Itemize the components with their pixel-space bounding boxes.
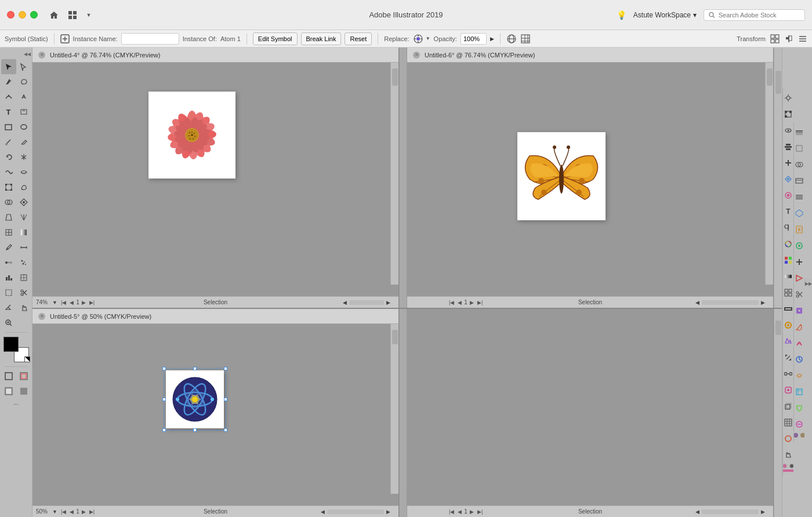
right2-plugin18-icon[interactable]: [793, 417, 804, 432]
zoom-tool[interactable]: [1, 315, 16, 330]
right2-pathfinder-icon[interactable]: [793, 157, 804, 172]
measure-tool[interactable]: [16, 240, 31, 255]
canvas-area-3[interactable]: [32, 324, 398, 505]
text-tool[interactable]: T: [1, 104, 16, 119]
doc-close-3[interactable]: ✕: [38, 313, 45, 320]
shaper-tool[interactable]: [16, 180, 31, 195]
blend-tool[interactable]: [1, 255, 16, 270]
right-appearance-icon[interactable]: [782, 318, 793, 333]
right-plugin2-icon[interactable]: [782, 188, 793, 203]
symbol-sprayer-tool[interactable]: [16, 255, 31, 270]
color-dot-pink[interactable]: [782, 464, 787, 468]
right2-plugin7-icon[interactable]: [793, 222, 804, 237]
right-paragraph-icon[interactable]: [782, 220, 793, 235]
right-linktool-icon[interactable]: [782, 366, 793, 381]
doc-tab-2[interactable]: ✕ Untitled-6° @ 76.74% (CMYK/Preview): [407, 48, 773, 63]
doc-close-2[interactable]: ✕: [413, 52, 420, 59]
last-page-3[interactable]: ▶|: [88, 508, 96, 515]
color-dot-dark[interactable]: [789, 464, 793, 468]
right2-plugin8-icon[interactable]: [793, 238, 804, 253]
home-button[interactable]: [47, 8, 61, 22]
status-right-3[interactable]: ▶: [386, 509, 390, 515]
slice-tool[interactable]: [16, 270, 31, 285]
width-tool[interactable]: [16, 165, 31, 180]
doc-tab-3[interactable]: ✕ Untitled-5° @ 50% (CMYK/Preview): [32, 309, 398, 324]
area-text-tool[interactable]: [16, 104, 31, 119]
ellipse-tool[interactable]: [16, 119, 31, 134]
handle-ml[interactable]: [162, 398, 166, 401]
handle-mr[interactable]: [224, 398, 227, 401]
edit-symbol-button[interactable]: Edit Symbol: [253, 32, 298, 45]
reset-button[interactable]: Reset: [345, 32, 372, 45]
zoom-dropdown-1[interactable]: ▼: [52, 300, 57, 305]
doc-tab-1[interactable]: ✕ Untitled-4° @ 76.74% (CMYK/Preview): [32, 48, 398, 63]
right2-plugin13-icon[interactable]: [793, 336, 804, 351]
reflect-tool[interactable]: [16, 150, 31, 165]
right2-plugin16-icon[interactable]: [793, 384, 804, 399]
right-collapse-icon[interactable]: ▶▶: [805, 281, 812, 286]
right2-menu-icon[interactable]: [793, 190, 804, 205]
break-link-button[interactable]: Break Link: [301, 32, 342, 45]
gradient-tool[interactable]: [16, 225, 31, 240]
last-page-2[interactable]: ▶|: [476, 299, 484, 306]
first-page-1[interactable]: |◀: [60, 299, 67, 306]
right2-plugin14-icon[interactable]: [793, 352, 804, 367]
artboard-tool[interactable]: [1, 285, 16, 300]
color-dot2-2[interactable]: [800, 433, 804, 438]
scrollbar-right-2[interactable]: [765, 63, 773, 285]
right-swatch-icon[interactable]: [782, 253, 793, 268]
right-mesh2-icon[interactable]: [782, 415, 793, 430]
right-plugin1-icon[interactable]: [782, 172, 793, 187]
eyedropper-tool[interactable]: [1, 240, 16, 255]
perspective-grid-tool[interactable]: [16, 210, 31, 225]
canvas-area-1[interactable]: [32, 63, 398, 296]
close-button[interactable]: [7, 11, 14, 19]
selection-tool[interactable]: [1, 59, 16, 74]
opacity-input[interactable]: [461, 33, 487, 45]
direct-select-tool[interactable]: [16, 59, 31, 74]
prev-page-1[interactable]: ◀: [68, 299, 75, 306]
right-align-icon[interactable]: [782, 139, 793, 154]
right-stroke-icon[interactable]: [782, 301, 793, 316]
right-pattern-icon[interactable]: [782, 285, 793, 300]
paintbrush-tool[interactable]: [1, 134, 16, 150]
right2-plugin12-icon[interactable]: [793, 319, 804, 334]
next-page-1[interactable]: ▶: [81, 299, 87, 306]
right-visibility-icon[interactable]: [782, 123, 793, 138]
warp-tool[interactable]: [1, 165, 16, 180]
prev-page-4[interactable]: ◀: [456, 508, 463, 515]
shape-builder-tool[interactable]: [1, 195, 16, 210]
layout-button[interactable]: [66, 8, 79, 22]
lasso-tool[interactable]: [16, 74, 31, 89]
panel-collapse-icon[interactable]: ◀◀: [24, 52, 31, 57]
more-tools-button[interactable]: ···: [13, 399, 18, 410]
swap-colors-icon[interactable]: [24, 356, 30, 362]
right2-artboard-icon[interactable]: [793, 141, 804, 156]
live-paint-tool[interactable]: [16, 195, 31, 210]
lightbulb-icon[interactable]: 💡: [617, 10, 626, 20]
right2-plugin10-icon[interactable]: [793, 271, 804, 286]
next-page-3[interactable]: ▶: [81, 508, 87, 515]
handle-tl[interactable]: [162, 367, 166, 370]
right-gradient-panel-icon[interactable]: [782, 269, 793, 284]
last-page-4[interactable]: ▶|: [476, 508, 484, 515]
draw-mode-normal[interactable]: [1, 369, 16, 384]
fullscreen-button[interactable]: [30, 11, 38, 19]
draw-behind-mode[interactable]: [16, 369, 31, 384]
handle-tr[interactable]: [224, 367, 227, 370]
handle-tc[interactable]: [193, 367, 197, 370]
eraser-tool[interactable]: [1, 300, 16, 315]
right-plugin5-icon[interactable]: [782, 431, 793, 446]
screen-mode-full[interactable]: [16, 384, 31, 399]
right2-plugin11-icon[interactable]: [793, 303, 804, 318]
right-plugin3-icon[interactable]: [782, 334, 793, 349]
right-plus-icon[interactable]: [782, 155, 793, 170]
prev-page-2[interactable]: ◀: [456, 299, 463, 306]
magic-wand-tool[interactable]: [1, 74, 16, 89]
right-clipping-icon[interactable]: [782, 399, 793, 414]
stroke-color-swatch[interactable]: [3, 337, 19, 352]
right2-scissors2-icon[interactable]: [793, 287, 804, 302]
rotate-tool[interactable]: [1, 150, 16, 165]
right2-links-icon[interactable]: [793, 173, 804, 188]
status-left-3[interactable]: ◀: [321, 509, 325, 515]
